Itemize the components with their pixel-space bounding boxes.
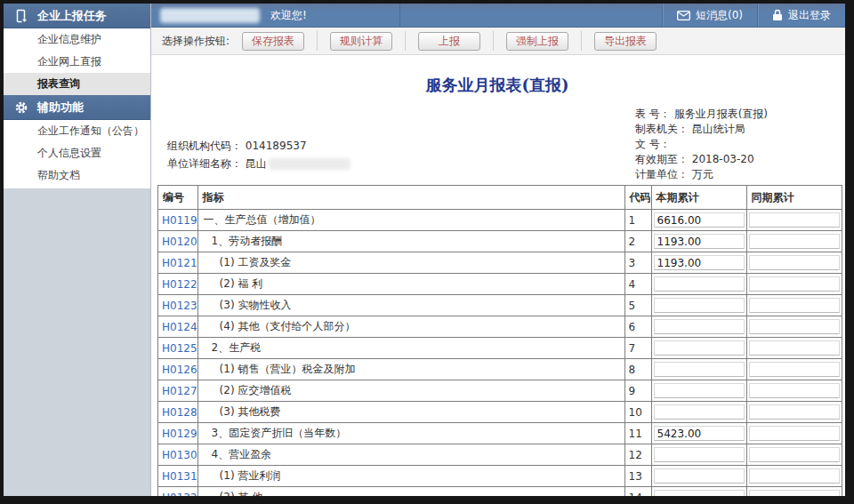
toolbar-button[interactable]: 导出报表 — [594, 32, 657, 51]
code-cell: 1 — [624, 210, 651, 231]
code-cell: 10 — [624, 402, 651, 423]
meta-label: 表 号： — [635, 108, 674, 120]
sidebar-item[interactable]: 企业信息维护 — [4, 28, 150, 51]
table-header-row: 编号指标代码本期累计同期累计 — [158, 186, 842, 210]
current-period-input[interactable] — [654, 234, 745, 249]
sidebar-section-title: 企业上报任务 — [37, 8, 107, 24]
row-id-link[interactable]: H0119 — [158, 214, 197, 227]
sidebar-section-aux-functions: 辅助功能 — [4, 95, 150, 120]
sidebar-item[interactable]: 个人信息设置 — [4, 142, 150, 164]
prior-period-input[interactable] — [749, 447, 840, 462]
row-id-link[interactable]: H0132 — [158, 492, 197, 497]
current-period-input[interactable] — [654, 340, 745, 356]
envelope-icon — [677, 11, 690, 20]
table-row: H01252、生产税7 — [158, 338, 842, 359]
sidebar-item[interactable]: 帮助文档 — [4, 164, 150, 187]
sidebar-section-title: 辅助功能 — [37, 100, 84, 116]
toolbar-separator — [317, 31, 318, 51]
row-id-link[interactable]: H0130 — [158, 449, 197, 461]
toolbar-button[interactable]: 规则计算 — [330, 32, 392, 51]
prior-period-input[interactable] — [749, 298, 840, 313]
indicator-cell: 一、生产总值（增加值） — [197, 210, 624, 231]
row-id-link[interactable]: H0123 — [158, 300, 197, 312]
topbar-actions: 短消息(0) 退出登录 — [662, 4, 845, 27]
row-id-link[interactable]: H0120 — [158, 236, 197, 248]
current-period-input[interactable] — [654, 490, 745, 496]
indicator-cell: (2) 应交增值税 — [197, 380, 624, 402]
code-cell: 8 — [624, 359, 651, 380]
current-period-cell — [651, 210, 746, 231]
code-cell: 3 — [624, 252, 651, 274]
table-row: H0122(2) 福 利4 — [158, 274, 842, 295]
meta-line: 制表机关： 昆山统计局 — [635, 122, 768, 137]
sidebar-item[interactable]: 报表查询 — [4, 73, 150, 95]
prior-period-input[interactable] — [749, 490, 840, 496]
prior-period-input[interactable] — [749, 255, 840, 270]
table-row: H0131(1) 营业利润13 — [158, 466, 842, 487]
column-header: 本期累计 — [651, 186, 746, 210]
current-period-input[interactable] — [654, 447, 745, 462]
row-id-link[interactable]: H0122 — [158, 278, 197, 291]
current-period-input[interactable] — [654, 383, 745, 398]
prior-period-input[interactable] — [749, 362, 840, 377]
prior-period-cell — [746, 231, 842, 252]
current-period-cell — [651, 487, 746, 497]
row-id-link[interactable]: H0124 — [158, 321, 197, 333]
meta-line: 表 号： 服务业月报表(直报) — [635, 107, 768, 122]
prior-period-input[interactable] — [749, 276, 840, 292]
prior-period-input[interactable] — [749, 319, 840, 334]
row-id-link[interactable]: H0127 — [158, 385, 197, 397]
prior-period-input[interactable] — [749, 340, 840, 356]
code-cell: 9 — [624, 380, 651, 402]
prior-period-input[interactable] — [749, 468, 840, 484]
prior-period-input[interactable] — [749, 234, 840, 249]
prior-period-cell — [746, 316, 842, 338]
prior-period-input[interactable] — [749, 404, 840, 420]
row-id-link[interactable]: H0126 — [158, 364, 197, 376]
prior-period-input[interactable] — [749, 383, 840, 398]
meta-value: 万元 — [692, 168, 713, 180]
code-cell: 5 — [624, 295, 651, 316]
current-period-input[interactable] — [654, 276, 745, 292]
prior-period-input[interactable] — [749, 212, 840, 228]
current-period-input[interactable] — [654, 298, 745, 313]
current-period-input[interactable] — [654, 362, 745, 377]
toolbar-button[interactable]: 保存报表 — [242, 32, 304, 51]
row-id-link[interactable]: H0125 — [158, 342, 197, 355]
table-row: H0119一、生产总值（增加值）1 — [158, 210, 842, 231]
messages-button[interactable]: 短消息(0) — [662, 4, 757, 27]
indicator-cell: (4) 其他（支付给个人部分） — [197, 316, 624, 338]
row-id-link[interactable]: H0131 — [158, 470, 197, 483]
sidebar-item[interactable]: 企业网上直报 — [4, 51, 150, 73]
prior-period-cell — [746, 274, 842, 295]
indicator-cell: 4、营业盈余 — [197, 444, 624, 466]
logout-button[interactable]: 退出登录 — [757, 4, 845, 27]
current-period-cell — [651, 295, 746, 316]
current-period-input[interactable] — [654, 319, 745, 334]
current-period-input[interactable] — [654, 468, 745, 484]
meta-line: 文 号： — [635, 137, 768, 152]
prior-period-input[interactable] — [749, 426, 840, 441]
current-period-input[interactable] — [654, 255, 745, 270]
row-id-link[interactable]: H0129 — [158, 428, 197, 440]
meta-label: 组织机构代码： — [167, 140, 246, 152]
row-id-cell: H0126 — [158, 359, 198, 380]
prior-period-cell — [746, 380, 842, 402]
indicator-cell: 1、劳动者报酬 — [197, 231, 624, 252]
row-id-link[interactable]: H0128 — [158, 406, 197, 419]
toolbar: 选择操作按钮: 保存报表规则计算上报强制上报导出报表 — [151, 28, 845, 55]
code-cell: 6 — [624, 316, 651, 338]
toolbar-separator — [405, 31, 406, 51]
current-period-input[interactable] — [654, 212, 745, 228]
current-period-input[interactable] — [654, 404, 745, 420]
indicator-cell: (1) 工资及奖金 — [197, 252, 624, 274]
report-meta-left: 组织机构代码： 014189537单位详细名称： 昆山 — [167, 137, 350, 172]
topbar: 欢迎您! 短消息(0) 退出登录 — [151, 4, 845, 28]
sidebar-item[interactable]: 企业工作通知（公告） — [4, 120, 150, 142]
toolbar-button[interactable]: 上报 — [418, 32, 480, 51]
toolbar-button[interactable]: 强制上报 — [506, 32, 568, 51]
topbar-user-area: 欢迎您! — [151, 4, 400, 27]
indicator-cell: (3) 实物性收入 — [197, 295, 624, 316]
row-id-link[interactable]: H0121 — [158, 257, 197, 269]
current-period-input[interactable] — [654, 426, 745, 441]
